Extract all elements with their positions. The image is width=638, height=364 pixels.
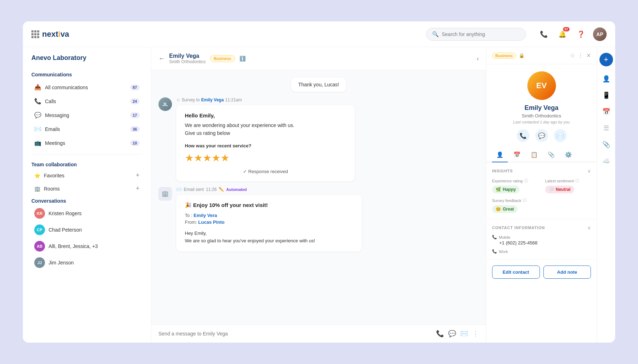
right-panel-header: Business 🔒 ☆ ⋮ ✕ [486, 47, 597, 64]
work-phone-icon: 📞 [492, 249, 497, 254]
dial-icon-button[interactable]: 📱 [599, 89, 613, 102]
survey-to-label: Survey to [182, 97, 200, 102]
survey-recipient: Emily Vega [201, 97, 224, 102]
info-icon[interactable]: ℹ️ [239, 56, 245, 61]
sidebar-item-calls[interactable]: 📞 Calls 24 [26, 94, 148, 108]
contacts-icon-button[interactable]: 👤 [599, 72, 613, 86]
group-avatar: AB [34, 241, 45, 252]
wand-icon: ✏️ [219, 187, 224, 192]
tab-profile[interactable]: 👤 [492, 148, 508, 162]
response-received: ✓ Response received [185, 169, 346, 174]
grid-icon[interactable] [31, 30, 39, 38]
help-icon[interactable]: ❓ [574, 28, 587, 41]
sidebar-item-label: All communications [45, 85, 127, 90]
contact-company: Smith Orthodontics [522, 113, 561, 118]
help-icon: ⓘ [523, 198, 527, 203]
conversation-item-kristen[interactable]: KR Kristen Rogers [26, 205, 148, 222]
sidebar-item-label: Messaging [45, 112, 127, 118]
attachment-icon-button[interactable]: 📎 [599, 138, 613, 151]
tasks-icon-button[interactable]: ☰ [599, 121, 613, 135]
mobile-info: 📞 Mobile +1 (602) 225-4568 [492, 235, 591, 246]
survey-body: We are wondering about your experience w… [185, 121, 346, 137]
org-name: Anevo Laboratory [23, 47, 151, 66]
close-panel-button[interactable]: ✕ [586, 52, 591, 59]
conversation-item-jim[interactable]: JJ Jim Jenson [26, 254, 148, 271]
kristen-avatar: KR [34, 208, 45, 219]
message-icon: 💬 [34, 112, 41, 118]
right-panel: Business 🔒 ☆ ⋮ ✕ EV Emily Vega Smith Ort… [486, 47, 597, 343]
add-favorites-button[interactable]: + [136, 172, 140, 179]
more-options-button[interactable]: ⋮ [578, 52, 583, 59]
tab-attach[interactable]: 📎 [543, 148, 559, 162]
email-bubble: 🎉 Enjoy 10% off your next visit! To : Em… [176, 195, 362, 252]
contact-profile: EV Emily Vega Smith Orthodontics Last co… [486, 64, 597, 148]
sidebar-item-label: Meetings [45, 140, 127, 146]
conversation-name: Chad Peterson [49, 227, 82, 233]
contact-info-section: CONTACT INFORMATION ∨ 📞 Mobile +1 (602) … [486, 219, 597, 260]
chat-input[interactable] [158, 331, 432, 337]
tab-list[interactable]: 📋 [526, 148, 542, 162]
message-contact-button[interactable]: 💬 [535, 129, 548, 142]
collapse-panel-button[interactable]: ‹ [477, 55, 479, 62]
add-note-button[interactable]: Add note [543, 266, 591, 279]
user-avatar-button[interactable]: AP [593, 27, 607, 41]
call-action-button[interactable]: 📞 [436, 330, 444, 338]
star-rating: ★★★★★ [185, 152, 346, 164]
chad-avatar: CP [34, 224, 45, 235]
emails-count: 36 [130, 126, 140, 132]
message-action-button[interactable]: 💬 [448, 330, 456, 338]
search-input[interactable] [442, 31, 520, 37]
star-button[interactable]: ☆ [570, 52, 575, 59]
sidebar-item-all-communications[interactable]: 📥 All communications 87 [26, 80, 148, 94]
insights-collapse-button[interactable]: ∨ [587, 168, 591, 174]
cloud-icon-button[interactable]: ☁️ [599, 154, 613, 168]
more-actions-button[interactable]: ⋮ [472, 330, 479, 338]
edit-contact-button[interactable]: Edit contact [492, 266, 540, 279]
search-bar[interactable]: 🔍 [426, 28, 526, 41]
survey-sender-avatar: JL [158, 97, 172, 111]
calendar-icon-button[interactable]: 📅 [599, 105, 613, 118]
notifications-button[interactable]: 🔔 87 [556, 28, 569, 41]
tab-calendar[interactable]: 📅 [509, 148, 525, 162]
call-contact-button[interactable]: 📞 [517, 129, 530, 142]
chat-contact-name: Emily Vega [169, 53, 206, 59]
sentiment-label: Latest sentiment ⓘ [545, 178, 591, 183]
sidebar-item-rooms[interactable]: 🏢 Rooms + [26, 182, 148, 195]
phone-icon[interactable]: 📞 [537, 28, 550, 41]
conversation-item-chad[interactable]: CP Chad Peterson [26, 222, 148, 238]
back-button[interactable]: ← [158, 55, 165, 62]
email-contact-button[interactable]: ✉️ [554, 129, 567, 142]
sidebar-item-emails[interactable]: ✉️ Emails 36 [26, 122, 148, 136]
calls-count: 24 [130, 98, 140, 104]
insights-title: INSIGHTS [492, 169, 513, 173]
contact-info-title: CONTACT INFORMATION [492, 226, 545, 230]
survey-feedback-row: Survey feedback ⓘ 😊 Great [492, 198, 591, 213]
help-icon: ⓘ [575, 178, 579, 183]
sidebar-item-messaging[interactable]: 💬 Messaging 17 [26, 108, 148, 122]
sidebar-item-label: Calls [45, 98, 127, 104]
contact-info-collapse-button[interactable]: ∨ [587, 225, 591, 231]
sidebar-item-meetings[interactable]: 📺 Meetings 10 [26, 136, 148, 150]
sidebar-item-favorites[interactable]: ⭐ Favorites + [26, 169, 148, 182]
email-to: To : Emily Vera [185, 213, 353, 218]
email-action-button[interactable]: ✉️ [460, 330, 468, 338]
tab-settings[interactable]: ⚙️ [561, 148, 576, 162]
contact-name: Emily Vega [525, 104, 558, 112]
nav-icons: 📞 🔔 87 ❓ AP [537, 27, 607, 41]
email-sent-label: Email sent [184, 187, 204, 192]
survey-content: ☆ Survey to Emily Vega 11:21am Hello Emi… [176, 97, 479, 181]
add-button[interactable]: + [599, 53, 613, 66]
work-info: 📞 Work [492, 249, 591, 254]
email-subject: 🎉 Enjoy 10% off your next visit! [185, 202, 353, 208]
add-rooms-button[interactable]: + [136, 185, 140, 192]
phone-icon: 📞 [34, 98, 41, 105]
survey-feedback-chip: 😊 Great [492, 205, 517, 213]
insight-row-1: Experience rating ⓘ 🌿 Happy Latest senti… [492, 178, 591, 193]
star-icon: ☆ [176, 97, 180, 102]
contact-last-contacted: Last contacted 1 day ago by you [513, 120, 569, 124]
logo-text: nextiva [42, 30, 69, 39]
conversation-name: Alli, Brent, Jessica, +3 [49, 243, 98, 249]
mobile-value: +1 (602) 225-4568 [492, 240, 591, 246]
conversation-item-group[interactable]: AB Alli, Brent, Jessica, +3 [26, 238, 148, 254]
sidebar-divider [31, 154, 142, 155]
